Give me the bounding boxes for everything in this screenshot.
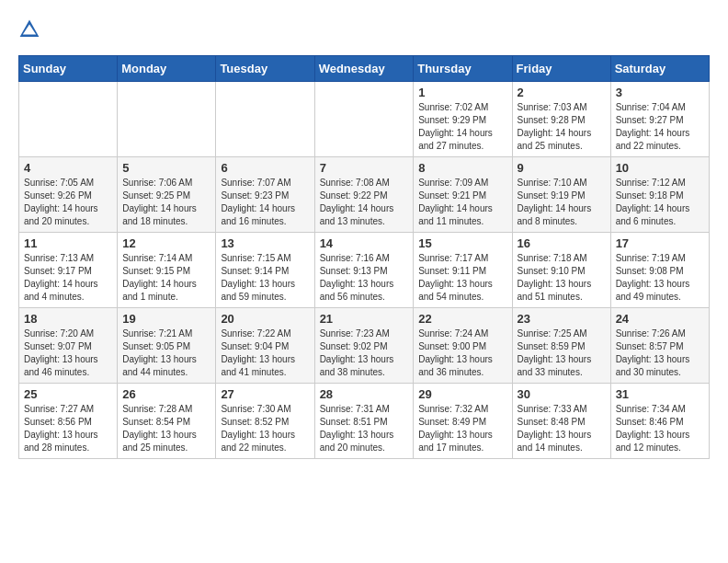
calendar-cell: 31Sunrise: 7:34 AMSunset: 8:46 PMDayligh… [610,384,709,459]
day-info: Sunrise: 7:25 AMSunset: 8:59 PMDaylight:… [518,327,606,379]
calendar-cell: 20Sunrise: 7:22 AMSunset: 9:04 PMDayligh… [216,308,314,384]
day-info: Sunrise: 7:28 AMSunset: 8:54 PMDaylight:… [122,403,210,454]
calendar-cell: 24Sunrise: 7:26 AMSunset: 8:57 PMDayligh… [610,308,709,384]
day-number: 6 [221,161,309,175]
calendar-cell: 9Sunrise: 7:10 AMSunset: 9:19 PMDaylight… [512,157,610,233]
calendar-cell: 30Sunrise: 7:33 AMSunset: 8:48 PMDayligh… [512,384,610,459]
day-info: Sunrise: 7:33 AMSunset: 8:48 PMDaylight:… [518,403,606,454]
logo-icon [18,18,40,40]
day-info: Sunrise: 7:21 AMSunset: 9:05 PMDaylight:… [122,327,210,379]
day-number: 20 [221,312,309,326]
calendar-cell: 23Sunrise: 7:25 AMSunset: 8:59 PMDayligh… [512,308,610,384]
day-info: Sunrise: 7:34 AMSunset: 8:46 PMDaylight:… [616,403,704,454]
day-number: 14 [320,236,409,250]
day-number: 9 [518,161,606,175]
calendar-cell: 19Sunrise: 7:21 AMSunset: 9:05 PMDayligh… [118,308,216,384]
day-number: 29 [418,387,506,401]
day-number: 4 [24,161,112,175]
calendar-week-row: 25Sunrise: 7:27 AMSunset: 8:56 PMDayligh… [19,384,710,459]
calendar-cell [19,82,118,157]
day-info: Sunrise: 7:20 AMSunset: 9:07 PMDaylight:… [24,327,112,379]
day-number: 22 [418,312,506,326]
day-info: Sunrise: 7:13 AMSunset: 9:17 PMDaylight:… [24,252,112,304]
day-of-week-sunday: Sunday [19,56,118,82]
day-info: Sunrise: 7:32 AMSunset: 8:49 PMDaylight:… [418,403,506,454]
calendar-cell: 28Sunrise: 7:31 AMSunset: 8:51 PMDayligh… [314,384,414,459]
calendar-table: SundayMondayTuesdayWednesdayThursdayFrid… [18,55,710,459]
day-of-week-thursday: Thursday [414,56,512,82]
day-info: Sunrise: 7:23 AMSunset: 9:02 PMDaylight:… [320,327,409,379]
calendar-cell: 3Sunrise: 7:04 AMSunset: 9:27 PMDaylight… [610,82,709,157]
calendar-cell: 4Sunrise: 7:05 AMSunset: 9:26 PMDaylight… [19,157,118,233]
calendar-week-row: 1Sunrise: 7:02 AMSunset: 9:29 PMDaylight… [19,82,710,157]
calendar-cell: 6Sunrise: 7:07 AMSunset: 9:23 PMDaylight… [216,157,314,233]
day-info: Sunrise: 7:02 AMSunset: 9:29 PMDaylight:… [418,101,506,153]
day-number: 25 [24,387,112,401]
day-number: 16 [518,236,606,250]
day-number: 21 [320,312,409,326]
day-info: Sunrise: 7:03 AMSunset: 9:28 PMDaylight:… [518,101,606,153]
day-info: Sunrise: 7:15 AMSunset: 9:14 PMDaylight:… [221,252,309,304]
day-number: 5 [122,161,210,175]
calendar-week-row: 18Sunrise: 7:20 AMSunset: 9:07 PMDayligh… [19,308,710,384]
calendar-cell: 21Sunrise: 7:23 AMSunset: 9:02 PMDayligh… [314,308,414,384]
calendar-cell: 10Sunrise: 7:12 AMSunset: 9:18 PMDayligh… [610,157,709,233]
day-number: 10 [616,161,704,175]
day-info: Sunrise: 7:24 AMSunset: 9:00 PMDaylight:… [418,327,506,379]
day-info: Sunrise: 7:10 AMSunset: 9:19 PMDaylight:… [518,177,606,228]
day-info: Sunrise: 7:31 AMSunset: 8:51 PMDaylight:… [320,403,409,454]
calendar-cell: 5Sunrise: 7:06 AMSunset: 9:25 PMDaylight… [118,157,216,233]
day-info: Sunrise: 7:12 AMSunset: 9:18 PMDaylight:… [616,177,704,228]
day-info: Sunrise: 7:08 AMSunset: 9:22 PMDaylight:… [320,177,409,228]
calendar-week-row: 11Sunrise: 7:13 AMSunset: 9:17 PMDayligh… [19,233,710,308]
day-of-week-tuesday: Tuesday [216,56,314,82]
calendar-header-row: SundayMondayTuesdayWednesdayThursdayFrid… [19,56,710,82]
day-info: Sunrise: 7:26 AMSunset: 8:57 PMDaylight:… [616,327,704,379]
day-info: Sunrise: 7:30 AMSunset: 8:52 PMDaylight:… [221,403,309,454]
calendar-cell: 29Sunrise: 7:32 AMSunset: 8:49 PMDayligh… [414,384,512,459]
calendar-cell [314,82,414,157]
calendar-cell: 8Sunrise: 7:09 AMSunset: 9:21 PMDaylight… [414,157,512,233]
calendar-cell: 13Sunrise: 7:15 AMSunset: 9:14 PMDayligh… [216,233,314,308]
day-number: 26 [122,387,210,401]
calendar-cell: 27Sunrise: 7:30 AMSunset: 8:52 PMDayligh… [216,384,314,459]
day-number: 30 [518,387,606,401]
calendar-cell: 22Sunrise: 7:24 AMSunset: 9:00 PMDayligh… [414,308,512,384]
day-info: Sunrise: 7:06 AMSunset: 9:25 PMDaylight:… [122,177,210,228]
calendar-cell: 15Sunrise: 7:17 AMSunset: 9:11 PMDayligh… [414,233,512,308]
day-of-week-saturday: Saturday [610,56,709,82]
calendar-cell: 18Sunrise: 7:20 AMSunset: 9:07 PMDayligh… [19,308,118,384]
calendar-week-row: 4Sunrise: 7:05 AMSunset: 9:26 PMDaylight… [19,157,710,233]
day-info: Sunrise: 7:04 AMSunset: 9:27 PMDaylight:… [616,101,704,153]
calendar-cell [216,82,314,157]
day-number: 24 [616,312,704,326]
day-info: Sunrise: 7:05 AMSunset: 9:26 PMDaylight:… [24,177,112,228]
calendar-cell: 11Sunrise: 7:13 AMSunset: 9:17 PMDayligh… [19,233,118,308]
day-number: 8 [418,161,506,175]
day-of-week-monday: Monday [118,56,216,82]
calendar-cell: 14Sunrise: 7:16 AMSunset: 9:13 PMDayligh… [314,233,414,308]
calendar-cell: 17Sunrise: 7:19 AMSunset: 9:08 PMDayligh… [610,233,709,308]
day-number: 23 [518,312,606,326]
day-number: 17 [616,236,704,250]
day-info: Sunrise: 7:17 AMSunset: 9:11 PMDaylight:… [418,252,506,304]
calendar-cell: 7Sunrise: 7:08 AMSunset: 9:22 PMDaylight… [314,157,414,233]
day-number: 2 [518,86,606,99]
day-number: 15 [418,236,506,250]
day-number: 27 [221,387,309,401]
day-number: 28 [320,387,409,401]
day-number: 3 [616,86,704,99]
page-header [18,18,710,40]
day-of-week-friday: Friday [512,56,610,82]
calendar-cell: 2Sunrise: 7:03 AMSunset: 9:28 PMDaylight… [512,82,610,157]
calendar-cell: 16Sunrise: 7:18 AMSunset: 9:10 PMDayligh… [512,233,610,308]
calendar-cell: 1Sunrise: 7:02 AMSunset: 9:29 PMDaylight… [414,82,512,157]
logo [18,18,44,40]
day-number: 19 [122,312,210,326]
day-info: Sunrise: 7:16 AMSunset: 9:13 PMDaylight:… [320,252,409,304]
day-number: 12 [122,236,210,250]
day-info: Sunrise: 7:22 AMSunset: 9:04 PMDaylight:… [221,327,309,379]
day-number: 7 [320,161,409,175]
day-info: Sunrise: 7:18 AMSunset: 9:10 PMDaylight:… [518,252,606,304]
day-number: 18 [24,312,112,326]
